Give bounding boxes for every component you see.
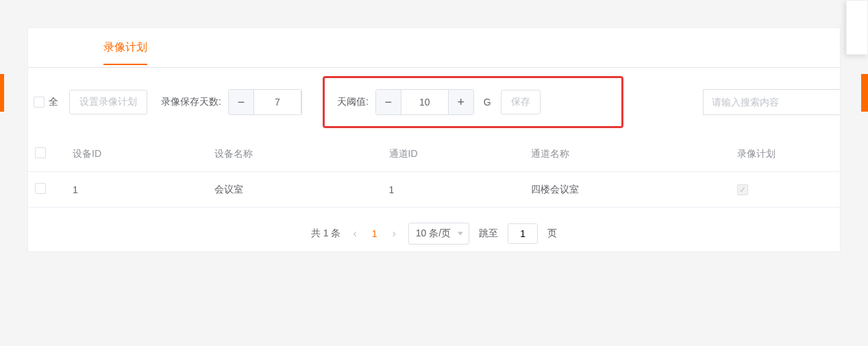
pagination-prev-button[interactable]: ‹: [350, 227, 359, 240]
page-size-label: 10 条/页: [416, 227, 451, 240]
plus-icon: +: [458, 95, 465, 110]
threshold-highlight-box: 天阈值: − + G 保存: [323, 76, 623, 128]
threshold-decrease-button[interactable]: −: [376, 90, 401, 114]
page-suffix: 页: [547, 227, 557, 240]
jump-page-input[interactable]: [508, 223, 538, 244]
cell-channel-id: 1: [382, 172, 524, 208]
save-days-input[interactable]: [253, 90, 301, 114]
threshold-input[interactable]: [401, 90, 449, 114]
threshold-stepper: − +: [375, 89, 474, 115]
row-checkbox[interactable]: [35, 183, 46, 194]
threshold-unit: G: [484, 97, 491, 108]
cell-device-id: 1: [66, 172, 208, 208]
dropdown-shadow-remnant: [846, 0, 868, 55]
left-accent-bar: [0, 74, 4, 112]
save-button[interactable]: 保存: [501, 90, 541, 114]
col-recording-plan: 录像计划: [730, 136, 840, 172]
pagination-current-page[interactable]: 1: [369, 228, 380, 239]
set-recording-plan-button[interactable]: 设置录像计划: [69, 90, 147, 114]
select-all-checkbox[interactable]: [34, 97, 45, 108]
tab-recording-plan[interactable]: 录像计划: [103, 41, 147, 53]
minus-icon: −: [238, 95, 245, 110]
table-header-row: 设备ID 设备名称 通道ID 通道名称 录像计划: [28, 136, 840, 172]
device-table: 设备ID 设备名称 通道ID 通道名称 录像计划 1 会议室 1 四楼会议室: [28, 136, 840, 208]
save-days-label: 录像保存天数:: [161, 96, 221, 108]
row-plan-checkbox[interactable]: [737, 184, 748, 195]
tab-header: 录像计划: [28, 28, 840, 68]
main-card: 录像计划 全 设置录像计划 录像保存天数: − 天阈值: − +: [27, 27, 841, 252]
page-size-select[interactable]: 10 条/页: [408, 223, 469, 245]
toolbar: 全 设置录像计划 录像保存天数: − 天阈值: − + G 保存: [28, 68, 840, 136]
cell-device-name: 会议室: [208, 172, 382, 208]
threshold-increase-button[interactable]: +: [449, 90, 473, 114]
threshold-label: 天阈值:: [337, 96, 369, 108]
minus-icon: −: [385, 95, 393, 110]
cell-channel-name: 四楼会议室: [524, 172, 730, 208]
pagination-next-button[interactable]: ›: [390, 227, 399, 240]
col-device-name: 设备名称: [208, 136, 382, 172]
jump-label: 跳至: [479, 227, 498, 240]
chevron-right-icon: ›: [393, 227, 396, 239]
pagination-total: 共 1 条: [311, 227, 341, 240]
right-accent-bar: [861, 74, 868, 112]
table-row: 1 会议室 1 四楼会议室: [28, 172, 840, 208]
chevron-left-icon: ‹: [353, 227, 356, 239]
col-device-id: 设备ID: [66, 136, 208, 172]
header-checkbox[interactable]: [35, 147, 46, 158]
pagination: 共 1 条 ‹ 1 › 10 条/页 跳至 页: [28, 208, 840, 251]
col-channel-id: 通道ID: [382, 136, 524, 172]
select-all-label: 全: [49, 96, 58, 108]
search-input[interactable]: [703, 89, 840, 115]
save-days-stepper: −: [228, 89, 302, 115]
col-channel-name: 通道名称: [524, 136, 730, 172]
save-days-decrease-button[interactable]: −: [229, 90, 253, 114]
